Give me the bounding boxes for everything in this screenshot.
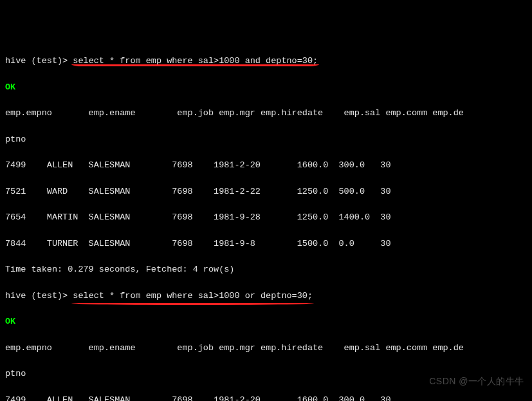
- ok-1: OK: [5, 81, 527, 94]
- watermark: CSDN @一个人的牛牛: [429, 375, 524, 388]
- result1-row: 7521 WARD SALESMAN 7698 1981-2-22 1250.0…: [5, 185, 527, 198]
- prompt-prefix: hive (test)>: [5, 291, 73, 301]
- result1-row: 7654 MARTIN SALESMAN 7698 1981-9-28 1250…: [5, 211, 527, 224]
- header-1-line2: ptno: [5, 133, 527, 146]
- header-2-line1: emp.empno emp.ename emp.job emp.mgr emp.…: [5, 342, 527, 355]
- prompt-line-2[interactable]: hive (test)> select * from emp where sal…: [5, 290, 527, 303]
- query-2: select * from emp where sal>1000 or dept…: [73, 290, 313, 303]
- result1-row: 7844 TURNER SALESMAN 7698 1981-9-8 1500.…: [5, 238, 527, 250]
- time-taken-1: Time taken: 0.279 seconds, Fetched: 4 ro…: [5, 263, 527, 276]
- query-1: select * from emp where sal>1000 and dep…: [73, 55, 318, 68]
- result1-row: 7499 ALLEN SALESMAN 7698 1981-2-20 1600.…: [5, 159, 527, 172]
- header-1-line1: emp.empno emp.ename emp.job emp.mgr emp.…: [5, 107, 527, 120]
- prompt-line-1[interactable]: hive (test)> select * from emp where sal…: [5, 55, 527, 68]
- prompt-prefix: hive (test)>: [5, 56, 73, 66]
- result2-row: 7499 ALLEN SALESMAN 7698 1981-2-20 1600.…: [5, 394, 527, 402]
- ok-2: OK: [5, 315, 527, 328]
